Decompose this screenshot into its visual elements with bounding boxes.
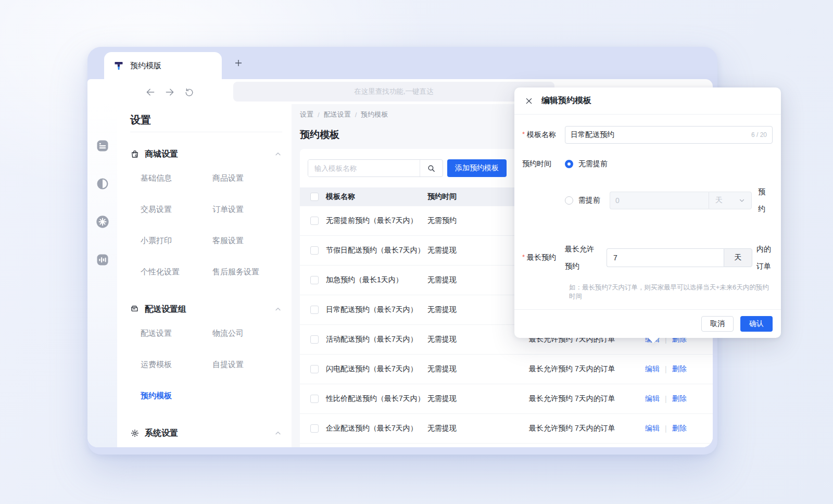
sidebar-group-delivery-settings[interactable]: 配送设置组 — [130, 301, 282, 318]
max-days-input[interactable]: 7 — [607, 248, 724, 267]
max-suffix-text: 内的订单 — [756, 241, 772, 275]
advance-days-input[interactable]: 0 — [610, 192, 709, 209]
sidebar-item[interactable]: 预约模板 — [141, 380, 212, 411]
app-logo-icon — [113, 60, 124, 71]
add-template-button[interactable]: 添加预约模板 — [447, 159, 507, 177]
shop-bag-icon — [130, 149, 140, 159]
template-name-field[interactable]: 日常配送预约 6 / 20 — [565, 126, 773, 144]
template-name-value: 日常配送预约 — [571, 130, 614, 140]
row-checkbox[interactable] — [310, 424, 319, 433]
edit-link[interactable]: 编辑 — [645, 424, 660, 433]
sidebar-item[interactable]: 售后服务设置 — [212, 256, 282, 287]
radio-no-advance-label: 无需提前 — [578, 159, 608, 169]
divider — [130, 132, 282, 132]
group-label: 系统设置 — [145, 428, 178, 439]
sidebar-item[interactable]: 商品设置 — [212, 162, 282, 194]
sidebar-item[interactable]: 交易设置 — [141, 194, 212, 225]
sidebar-item[interactable]: 物流公司 — [212, 318, 282, 349]
equalizer-icon[interactable] — [95, 253, 110, 267]
max-days-unit: 天 — [724, 248, 752, 267]
reload-button[interactable] — [183, 86, 195, 98]
dialog-footer: 取消 确认 — [514, 310, 781, 338]
chevron-up-icon[interactable] — [274, 429, 282, 437]
template-name-cell: 企业配送预约（最长7天内） — [326, 424, 427, 433]
plus-icon — [234, 58, 243, 68]
max-reserve-cell: 最长允许预约 7天内的订单 — [529, 364, 645, 374]
edit-link[interactable]: 编辑 — [645, 364, 660, 374]
advance-unit-select[interactable]: 天 — [709, 192, 752, 209]
gear-icon — [130, 429, 140, 438]
column-header-time: 预约时间 — [427, 192, 529, 201]
back-button[interactable] — [145, 86, 156, 98]
notes-icon[interactable] — [95, 138, 110, 153]
sidebar-group-mall-settings[interactable]: 商城设置 — [130, 146, 282, 162]
sidebar-item[interactable]: 个性化设置 — [141, 256, 212, 287]
arrow-left-icon — [145, 87, 156, 97]
advance-input-group: 0 天 — [610, 192, 752, 209]
edit-link[interactable]: 编辑 — [645, 394, 660, 404]
global-search-input[interactable]: 在这里查找功能,一键直达 — [233, 82, 554, 102]
max-reserve-label: 最长预约 — [522, 253, 565, 262]
advance-row: 需提前 0 天 预约 — [522, 183, 773, 218]
asterisk-icon[interactable] — [95, 215, 110, 229]
row-checkbox[interactable] — [310, 276, 319, 284]
row-actions: 编辑|删除 — [645, 364, 713, 374]
sidebar-item[interactable]: 客服设置 — [212, 225, 282, 256]
chevron-up-icon[interactable] — [274, 150, 282, 158]
sidebar-item[interactable]: 运费模板 — [141, 349, 212, 380]
max-prefix-text: 最长允许预约 — [565, 241, 595, 275]
sidebar-group-system-settings[interactable]: 系统设置 — [130, 425, 282, 442]
new-tab-button[interactable] — [227, 52, 250, 74]
delete-link[interactable]: 删除 — [672, 364, 687, 374]
breadcrumb-separator: / — [355, 111, 357, 119]
sidebar-item[interactable]: 自提设置 — [212, 349, 282, 380]
browser-tab[interactable]: 预约模版 — [104, 52, 222, 79]
sidebar-item[interactable]: 基础信息 — [141, 162, 212, 194]
chevron-up-icon[interactable] — [274, 305, 282, 313]
forward-button[interactable] — [164, 86, 175, 98]
breadcrumb-item[interactable]: 配送设置 — [324, 110, 351, 119]
search-button[interactable] — [420, 160, 443, 177]
row-checkbox[interactable] — [310, 395, 319, 403]
row-checkbox[interactable] — [310, 306, 319, 314]
hint-text: 如：最长预约7天内订单，则买家最早可以选择当天+未来6天内的预约时间 — [569, 283, 773, 301]
desktop-background: 预约模版 — [0, 0, 833, 504]
radio-need-advance[interactable] — [565, 196, 573, 205]
delete-link[interactable]: 删除 — [672, 394, 687, 404]
breadcrumb-item[interactable]: 预约模板 — [361, 110, 388, 119]
sidebar-item[interactable]: 小票打印 — [141, 225, 212, 256]
close-button[interactable] — [525, 97, 533, 105]
reserve-time-cell: 无需提现 — [427, 275, 529, 285]
template-search-input[interactable] — [308, 160, 420, 177]
sidebar-item[interactable]: 订单设置 — [212, 194, 282, 225]
template-search-group — [308, 159, 443, 177]
row-checkbox[interactable] — [310, 246, 319, 255]
select-all-checkbox[interactable] — [310, 193, 319, 201]
tab-strip: 预约模版 — [87, 47, 717, 79]
close-icon — [525, 97, 533, 105]
radio-no-advance[interactable] — [565, 160, 573, 168]
delivery-icon — [130, 305, 140, 314]
sidebar-group-items: 配送设置物流公司运费模板自提设置预约模板 — [130, 318, 282, 411]
breadcrumb-item[interactable]: 设置 — [300, 110, 313, 119]
dialog-title: 编辑预约模板 — [541, 95, 591, 106]
chevron-down-icon — [739, 197, 745, 204]
row-checkbox[interactable] — [310, 365, 319, 373]
sidebar-item[interactable]: 配送设置 — [141, 318, 212, 349]
confirm-button[interactable]: 确认 — [740, 316, 773, 332]
row-checkbox[interactable] — [310, 217, 319, 225]
template-name-cell: 活动配送预约（最长7天内） — [326, 335, 427, 344]
table-row: 性比价配送预约（最长7天内）无需提现最长允许预约 7天内的订单编辑|删除 — [300, 384, 713, 414]
cancel-button[interactable]: 取消 — [701, 316, 734, 332]
row-checkbox[interactable] — [310, 335, 319, 344]
reserve-time-cell: 无需提现 — [427, 394, 529, 404]
reserve-time-cell: 无需提现 — [427, 335, 529, 344]
reserve-time-cell: 无需提现 — [427, 246, 529, 255]
advance-unit-value: 天 — [715, 196, 723, 205]
reserve-time-cell: 无需提现 — [427, 364, 529, 374]
reserve-time-cell: 无需提现 — [427, 424, 529, 433]
tab-title: 预约模版 — [130, 61, 161, 71]
template-name-cell: 日常配送预约（最长7天内） — [326, 305, 427, 314]
contrast-icon[interactable] — [95, 177, 110, 191]
delete-link[interactable]: 删除 — [672, 424, 687, 433]
